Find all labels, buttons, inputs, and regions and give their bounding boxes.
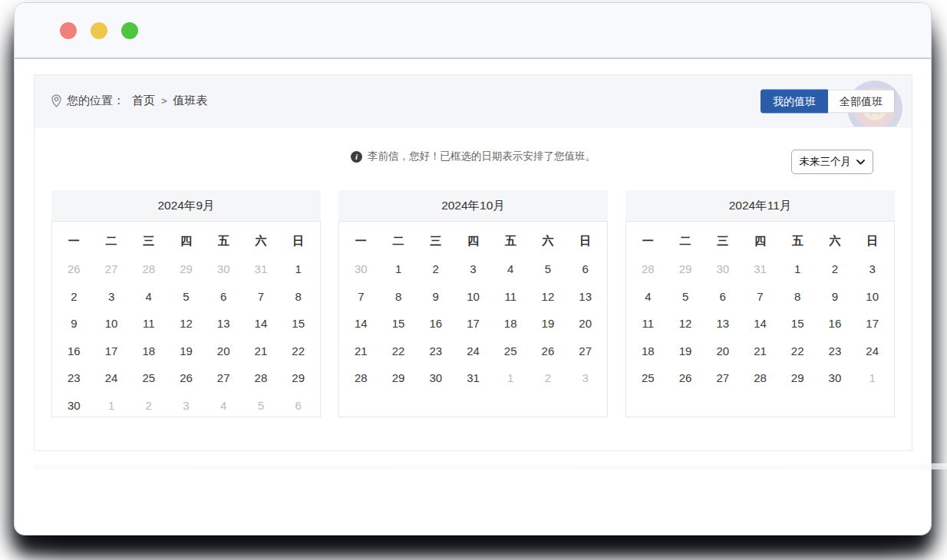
weekday-label: 日 [279,234,317,249]
date-cell: 5 [167,290,205,303]
weekday-label: 二 [380,234,417,249]
weekday-header-row: 一二三四五六日 [342,226,604,255]
date-cell: 10 [853,290,891,303]
date-cell: 30 [55,399,93,412]
horizontal-scroll-hint [34,463,947,469]
date-cell: 13 [704,317,741,330]
date-cell: 2 [817,262,854,275]
duty-view-toggle: 我的值班 全部值班 [761,89,895,113]
date-cell: 5 [243,399,280,412]
all-duty-button[interactable]: 全部值班 [828,89,895,113]
date-cell: 17 [853,317,891,330]
date-cell: 7 [342,290,380,303]
calendar: 2024年11月一二三四五六日2829303112345678910111213… [625,190,895,417]
date-cell: 11 [130,317,167,330]
calendar-title: 2024年9月 [51,190,321,221]
date-cell: 26 [55,262,93,275]
date-cell: 29 [779,371,817,384]
date-cell: 2 [130,399,167,412]
weekday-label: 五 [205,234,243,249]
info-icon: i [351,151,362,163]
weekday-label: 三 [417,234,454,249]
notice-row: i 李前信，您好！已框选的日期表示安排了您值班。 [51,149,895,164]
date-cell: 25 [629,371,667,384]
date-cell: 28 [342,371,380,384]
breadcrumb-location-label: 您的位置： [67,94,124,108]
calendar: 2024年10月一二三四五六日3012345678910111213141516… [338,190,608,417]
date-cell: 12 [530,290,567,303]
close-window-button[interactable] [60,22,77,39]
weekday-label: 五 [492,234,530,249]
date-cell: 25 [492,344,530,357]
date-grid: 2829303112345678910111213141516171819202… [629,255,891,392]
weekday-label: 五 [779,234,817,249]
date-cell: 20 [566,317,604,330]
breadcrumb-home-link[interactable]: 首页 [132,94,155,108]
date-cell: 23 [417,344,454,357]
date-cell: 11 [629,317,667,330]
date-cell: 11 [492,290,530,303]
calendar-body: 一二三四五六日301234567891011121314151617181920… [338,221,608,417]
date-cell: 29 [667,262,704,275]
date-cell: 1 [279,262,317,275]
date-cell: 3 [454,262,492,275]
date-cell: 4 [205,399,243,412]
calendar-body: 一二三四五六日282930311234567891011121314151617… [625,221,895,417]
date-cell: 28 [243,371,280,384]
date-cell: 3 [93,290,130,303]
minimize-window-button[interactable] [91,22,107,39]
date-cell: 2 [530,371,567,384]
weekday-label: 六 [530,234,567,249]
date-range-select[interactable]: 未来三个月 [791,150,874,174]
my-duty-button[interactable]: 我的值班 [761,89,828,113]
date-cell: 2 [55,290,93,303]
date-cell: 19 [530,317,567,330]
date-cell: 28 [629,262,667,275]
date-cell: 17 [93,344,130,357]
date-cell: 16 [417,317,454,330]
page-content: 您的位置： 首页 > 值班表 我的值班 全部值班 i 李前信，您好！已框选的日期… [15,59,931,469]
date-cell: 18 [629,344,667,357]
date-cell: 4 [492,262,530,275]
date-cell: 31 [243,262,280,275]
weekday-label: 六 [817,234,854,249]
date-cell: 29 [167,262,205,275]
date-cell: 29 [380,371,417,384]
date-grid: 2627282930311234567891011121314151617181… [55,255,317,419]
date-cell: 7 [741,290,779,303]
date-cell: 8 [779,290,817,303]
date-cell: 27 [566,344,604,357]
date-cell: 27 [704,371,741,384]
weekday-label: 三 [704,234,741,249]
weekday-header-row: 一二三四五六日 [55,226,317,255]
date-cell: 6 [279,399,317,412]
date-cell: 14 [342,317,380,330]
date-cell: 23 [817,344,854,357]
date-cell: 6 [566,262,604,275]
date-cell: 6 [205,290,243,303]
breadcrumb: 您的位置： 首页 > 值班表 [51,94,208,108]
breadcrumb-bar: 您的位置： 首页 > 值班表 我的值班 全部值班 [35,75,912,127]
date-cell: 1 [93,399,130,412]
date-cell: 9 [55,317,93,330]
weekday-label: 一 [55,234,93,249]
date-cell: 30 [342,262,380,275]
date-cell: 26 [167,371,205,384]
date-cell: 24 [93,371,130,384]
date-cell: 18 [492,317,530,330]
date-cell: 22 [279,344,317,357]
date-cell: 29 [279,371,317,384]
date-cell: 23 [55,371,93,384]
zoom-window-button[interactable] [121,22,138,39]
date-cell: 30 [817,371,854,384]
date-cell: 14 [243,317,280,330]
window-titlebar [15,3,931,59]
calendar: 2024年9月一二三四五六日26272829303112345678910111… [51,190,321,417]
date-cell: 18 [130,344,167,357]
date-cell: 14 [741,317,779,330]
date-cell: 20 [704,344,741,357]
date-cell: 24 [454,344,492,357]
date-cell: 26 [667,371,704,384]
date-cell: 4 [130,290,167,303]
weekday-label: 日 [566,234,604,249]
